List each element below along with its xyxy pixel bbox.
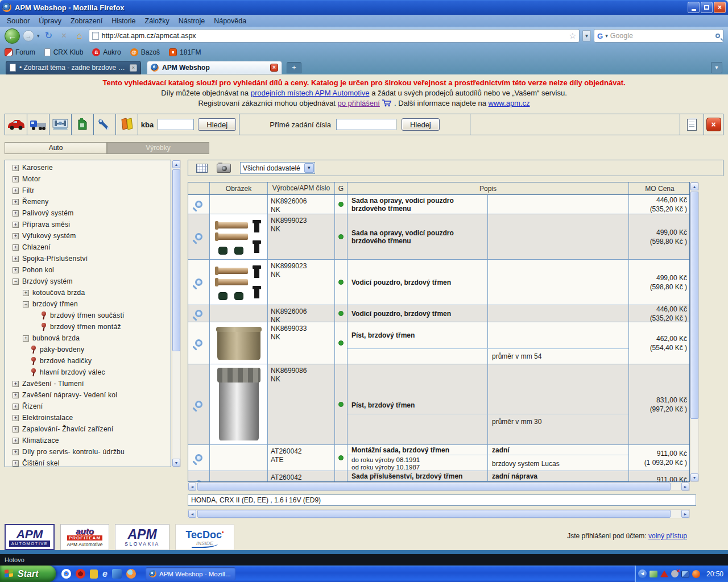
- magnifier-icon[interactable]: [195, 339, 202, 347]
- direct-number-input[interactable]: [336, 119, 396, 130]
- scrollbar-thumb[interactable]: [172, 169, 180, 351]
- sidebar-item-brzdovy-system[interactable]: Brzdový systém: [5, 276, 171, 287]
- bookmark-aukro[interactable]: aAukro: [92, 48, 121, 56]
- scroll-right-icon[interactable]: ►: [681, 510, 689, 518]
- expand-icon[interactable]: [23, 335, 29, 342]
- expand-icon[interactable]: [13, 267, 19, 273]
- expand-icon[interactable]: [13, 460, 19, 467]
- history-dropdown-icon[interactable]: ▾: [37, 33, 40, 39]
- table-hscrollbar[interactable]: ◄ ►: [188, 482, 690, 491]
- app-icon[interactable]: [90, 569, 98, 579]
- expand-icon[interactable]: [13, 165, 19, 171]
- scroll-left-icon[interactable]: ◄: [188, 483, 196, 490]
- sidebar-item-zaveseni-napravy[interactable]: Zavěšení nápravy- Vedení kol: [5, 389, 171, 401]
- back-button[interactable]: ←: [5, 28, 20, 44]
- bookmark-bazos[interactable]: @Bazoš: [130, 48, 160, 56]
- scroll-up-icon[interactable]: ▲: [690, 182, 698, 190]
- sidebar-item-motor[interactable]: Motor: [5, 173, 171, 185]
- scroll-up-icon[interactable]: ▲: [172, 160, 180, 168]
- maximize-button[interactable]: [701, 2, 713, 13]
- start-button[interactable]: Start: [0, 566, 56, 582]
- direct-search-button[interactable]: Hledej: [402, 118, 440, 131]
- magnifier-icon[interactable]: [195, 310, 202, 317]
- account-link[interactable]: volný přístup: [648, 532, 687, 540]
- magnifier-icon[interactable]: [195, 401, 202, 408]
- opera-icon[interactable]: [76, 569, 85, 579]
- expand-icon[interactable]: [13, 222, 19, 228]
- sidebar-item-zapalovani[interactable]: Zapalování- Žhavící zařízení: [5, 423, 171, 435]
- scrollbar-thumb[interactable]: [197, 483, 671, 490]
- sidebar-item-klimatizace[interactable]: Klimatizace: [5, 435, 171, 446]
- close-button[interactable]: ×: [714, 2, 726, 13]
- menu-napoveda[interactable]: Nápověda: [209, 16, 251, 26]
- messenger-icon[interactable]: [112, 569, 122, 579]
- sidebar-item-paky-bovdeny[interactable]: páky-bovdeny: [5, 344, 171, 355]
- expand-icon[interactable]: [23, 290, 29, 296]
- scroll-left-icon[interactable]: ◄: [188, 510, 196, 518]
- forward-button[interactable]: →: [23, 30, 34, 41]
- url-text[interactable]: http://cat.apm.cz/apmcat.aspx: [102, 32, 566, 40]
- sidebar-item-rizeni[interactable]: Řízení: [5, 401, 171, 412]
- tab-close-icon[interactable]: ×: [270, 64, 278, 72]
- table-view-icon[interactable]: [196, 164, 208, 173]
- sidebar-item-filtr[interactable]: Filtr: [5, 185, 171, 196]
- list-all-tabs-button[interactable]: ▼: [711, 62, 722, 73]
- expand-icon[interactable]: [13, 438, 19, 444]
- bookmark-forum[interactable]: Forum: [5, 48, 35, 56]
- magnifier-icon[interactable]: [195, 201, 202, 208]
- login-link[interactable]: po přihlášení: [337, 99, 379, 107]
- chrome-icon[interactable]: [61, 569, 71, 579]
- tab-vyrobky[interactable]: Výrobky: [107, 142, 209, 154]
- tab-auto[interactable]: Auto: [5, 142, 107, 154]
- expand-icon[interactable]: [13, 244, 19, 251]
- tab-forum-thread[interactable]: • Zobrazit téma - zadne brzdove strme...…: [6, 61, 141, 74]
- sidebar-item-karoserie[interactable]: Karoserie: [5, 162, 171, 173]
- stop-button[interactable]: ×: [58, 31, 71, 40]
- search-input[interactable]: Google: [610, 32, 713, 40]
- expand-icon[interactable]: [13, 404, 19, 410]
- tray-orange-app-icon[interactable]: [692, 570, 700, 578]
- bookmark-crx-klub[interactable]: CRX Klub: [44, 48, 84, 56]
- images-view-icon[interactable]: [217, 164, 231, 173]
- google-engine-icon[interactable]: G: [597, 32, 603, 40]
- body-catalog-button[interactable]: [116, 114, 138, 135]
- tab-close-icon[interactable]: ×: [130, 64, 137, 72]
- axle-catalog-button[interactable]: [49, 114, 72, 135]
- menu-zalozky[interactable]: Záložky: [140, 16, 174, 26]
- kba-input[interactable]: [158, 119, 194, 130]
- expand-icon[interactable]: [13, 392, 19, 398]
- sidebar-item-zaveseni-tlumeni[interactable]: Zavěšení - Tlumení: [5, 378, 171, 389]
- minimize-button[interactable]: [688, 2, 700, 13]
- engine-dropdown-icon[interactable]: ▾: [605, 33, 608, 39]
- sidebar-item-elektroinstalace[interactable]: Elektroinstalace: [5, 412, 171, 423]
- expand-icon[interactable]: [13, 188, 19, 194]
- sidebar-item-kotoucova-brzda[interactable]: kotoučová brzda: [5, 287, 171, 298]
- menu-zobrazeni[interactable]: Zobrazení: [66, 16, 107, 26]
- truck-catalog-button[interactable]: [27, 114, 49, 135]
- expand-icon[interactable]: [13, 256, 19, 262]
- close-catalog-button[interactable]: ×: [704, 114, 723, 135]
- expand-icon[interactable]: [13, 415, 19, 421]
- search-icon[interactable]: [715, 34, 720, 38]
- sidebar-item-priprava-smesi[interactable]: Příprava směsi: [5, 219, 171, 230]
- sidebar-item-remeny[interactable]: Řemeny: [5, 196, 171, 207]
- url-dropdown-button[interactable]: ▼: [582, 30, 591, 41]
- table-scrollbar[interactable]: ▲ ▼: [690, 182, 699, 482]
- expand-icon[interactable]: [13, 233, 19, 239]
- scrollbar-thumb[interactable]: [197, 510, 671, 518]
- sidebar-scrollbar[interactable]: ▲ ▼: [172, 160, 181, 467]
- print-list-button[interactable]: [680, 114, 704, 135]
- bookmark-star-icon[interactable]: ☆: [569, 31, 576, 40]
- magnifier-icon[interactable]: [195, 454, 202, 462]
- taskbar-button-firefox[interactable]: APM Webshop - Mozill...: [146, 567, 235, 580]
- oil-catalog-button[interactable]: [72, 114, 94, 135]
- sidebar-item-brzdove-hadicky[interactable]: brzdové hadičky: [5, 355, 171, 367]
- collapse-icon[interactable]: [23, 301, 29, 307]
- expand-icon[interactable]: [13, 176, 19, 182]
- expand-icon[interactable]: [13, 210, 19, 217]
- reload-button[interactable]: ↻: [43, 31, 55, 40]
- expand-icon[interactable]: [13, 381, 19, 387]
- search-box[interactable]: G ▾ Google: [594, 29, 723, 43]
- taskbar-clock[interactable]: 20:50: [706, 570, 723, 578]
- scroll-down-icon[interactable]: ▼: [172, 459, 180, 467]
